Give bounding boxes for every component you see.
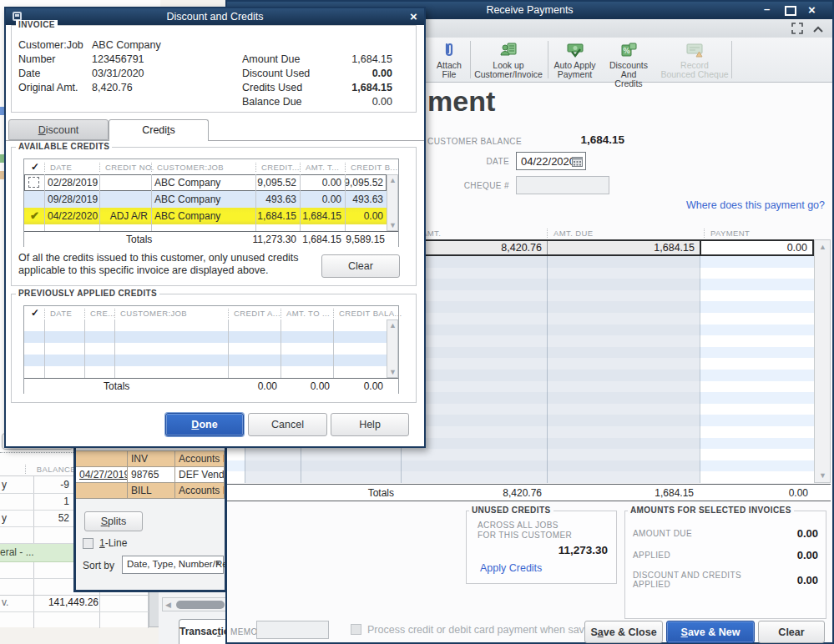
dropdown-arrow-icon: ▼ [215, 560, 221, 567]
one-line-checkbox[interactable] [83, 538, 94, 549]
splits-button[interactable]: Splits [84, 511, 143, 531]
credits-used-label: Credits Used [242, 82, 302, 93]
apply-credits-link[interactable]: Apply Credits [480, 562, 542, 574]
accounts-balance-header[interactable]: BALANCE [25, 465, 76, 474]
save-new-label: Save & New [681, 626, 740, 638]
toolbar-attach-file[interactable]: Attach File [430, 41, 468, 81]
ac-header-date[interactable]: DATE [44, 163, 72, 172]
scroll-left-icon[interactable]: ◀ [165, 601, 171, 609]
tab-transactions[interactable]: Transactions [179, 619, 229, 644]
scroll-down-icon[interactable]: ▼ [389, 369, 397, 376]
scroll-up-icon[interactable]: ▲ [389, 322, 397, 330]
minimize-button[interactable]: – [764, 3, 770, 15]
ac-header-check[interactable]: ✓ [31, 161, 39, 173]
cancel-button[interactable]: Cancel [248, 413, 327, 436]
pa-header-check[interactable]: ✓ [31, 307, 39, 319]
pa-header-credit-no[interactable]: CRE... [84, 309, 115, 318]
scroll-up-icon[interactable]: ▲ [389, 177, 397, 184]
close-button[interactable]: × [808, 3, 816, 17]
tab-credits[interactable]: Credits [109, 119, 209, 141]
previously-applied-scrollbar[interactable]: ▲ ▼ [387, 319, 398, 378]
ac-header-customer[interactable]: CUSTOMER:JOB [151, 163, 224, 172]
clear-credits-button[interactable]: Clear [321, 254, 400, 278]
ac-header-credit-no[interactable]: CREDIT NO. [99, 163, 154, 172]
cell-date: 02/28/2019 [48, 177, 98, 189]
pa-header-customer[interactable]: CUSTOMER:JOB [114, 309, 187, 318]
cell-date: 09/28/2019 [48, 194, 98, 205]
done-button-label: Done [191, 419, 217, 430]
help-button[interactable]: Help [331, 413, 409, 436]
expand-icon[interactable] [791, 23, 803, 34]
scroll-down-icon[interactable]: ▼ [389, 222, 397, 229]
pa-header-credit[interactable]: CREDIT A... [228, 309, 281, 318]
maximize-button[interactable] [785, 6, 796, 16]
tab-discount[interactable]: Discount [8, 119, 109, 140]
clear-button-label: Clear [778, 626, 804, 638]
totals-amt: 0.00 [271, 380, 330, 392]
credit-row-2[interactable]: 09/28/2019 ABC Company 493.63 0.00 493.6… [24, 191, 387, 208]
available-credits-scrollbar[interactable]: ▲ ▼ [387, 174, 398, 231]
totals-label: Totals [104, 380, 129, 392]
pa-header-date[interactable]: DATE [44, 309, 72, 318]
done-button[interactable]: Done [165, 413, 244, 436]
pa-header-balance[interactable]: CREDIT BALA... [333, 309, 402, 318]
credit-row-3-checkmark[interactable]: ✔ [30, 209, 39, 222]
applied-label: APPLIED [633, 551, 670, 560]
pa-header-amt[interactable]: AMT. TO ... [281, 309, 330, 318]
scrollbar-thumb[interactable] [176, 601, 225, 609]
save-close-button[interactable]: Save & Close [584, 621, 663, 643]
discount-applied-label1: DISCOUNT AND CREDITS [633, 571, 741, 580]
toolbar-discounts-credits[interactable]: % Discounts And Credits [601, 41, 656, 81]
date-field[interactable]: 04/22/2020 [516, 152, 586, 170]
horizontal-scrollbar[interactable]: ◀ [162, 597, 227, 611]
account-row-3-balance: 52 [36, 512, 69, 524]
payment-destination-link[interactable]: Where does this payment go? [658, 199, 825, 211]
toolbar-auto-apply[interactable]: Auto Apply Payment [548, 41, 601, 81]
memo-label: MEMO [230, 627, 258, 636]
column-header-payment[interactable]: PAYMENT [704, 229, 750, 238]
toolbar-lookup-customer[interactable]: Look up Customer/Invoice [471, 41, 546, 81]
totals-amt-due: 1,684.15 [610, 487, 694, 499]
collapse-chevron-icon[interactable] [813, 26, 823, 33]
ac-header-amt[interactable]: AMT. T... [300, 163, 339, 172]
register-table: INV Accounts F 04/27/2019 98765 DEF Vend… [76, 450, 225, 499]
memo-input[interactable] [256, 621, 329, 639]
register-row[interactable]: INV Accounts F [76, 451, 225, 467]
tab-discount-label: Discount [38, 124, 79, 136]
save-new-button[interactable]: Save & New [666, 621, 755, 643]
ac-header-credit[interactable]: CREDIT... [255, 163, 300, 172]
register-cell: 98765 [128, 467, 175, 483]
previously-applied-table: ✓ DATE CRE... CUSTOMER:JOB CREDIT A... A… [23, 305, 399, 394]
screen: BALANCE y -9 1 y 52 eral - ... v. 141,44… [0, 0, 834, 644]
table-stripes-payment-col [700, 256, 814, 483]
cell-customer: ABC Company [154, 210, 220, 222]
scroll-up-icon[interactable]: ▲ [819, 244, 826, 251]
card-payment-label: Process credit or debit card payment whe… [367, 624, 599, 636]
credit-row-1[interactable]: 02/28/2019 ABC Company 9,095.52 0.00 9,0… [24, 174, 387, 191]
dialog-close-icon[interactable]: × [410, 9, 417, 23]
account-row-1-balance: -9 [36, 479, 69, 491]
register-cell: DEF Vendo [175, 467, 225, 483]
calendar-icon[interactable] [572, 156, 583, 167]
register-window: INV Accounts F 04/27/2019 98765 DEF Vend… [73, 440, 227, 592]
clear-button-main[interactable]: Clear [758, 621, 825, 643]
applied-value: 0.00 [751, 549, 818, 561]
credit-row-1-checkbox[interactable] [28, 177, 39, 188]
invoice-table-scrollbar[interactable]: ▲ ▼ [814, 239, 831, 483]
dialog-titlebar[interactable]: Discount and Credits × [6, 8, 424, 25]
sort-by-dropdown[interactable]: Date, Type, Number/Ref ▼ [122, 556, 224, 574]
invoice-payment[interactable]: 0.00 [700, 241, 812, 254]
toolbar-label: File [430, 70, 468, 79]
column-header-amt-due[interactable]: AMT. DUE [547, 229, 594, 238]
register-row[interactable]: 04/27/2019 98765 DEF Vendo [76, 467, 225, 483]
credit-row-3-highlighted[interactable]: ✔ 04/22/2020 ADJ A/R ABC Company 1,684.1… [24, 208, 387, 224]
totals-label: Totals [126, 234, 152, 245]
ac-header-balance[interactable]: CREDIT B... [345, 163, 397, 172]
balance-due-value: 0.00 [326, 96, 392, 108]
register-cell-date[interactable]: 04/27/2019 [76, 467, 128, 483]
invoice-totals-row: Totals 8,420.76 1,684.15 0.00 [227, 484, 831, 501]
save-close-label: Save & Close [590, 626, 656, 638]
cheque-input[interactable] [516, 176, 609, 194]
register-row[interactable]: BILL Accounts F [76, 483, 225, 499]
scroll-down-icon[interactable]: ▼ [819, 472, 826, 480]
